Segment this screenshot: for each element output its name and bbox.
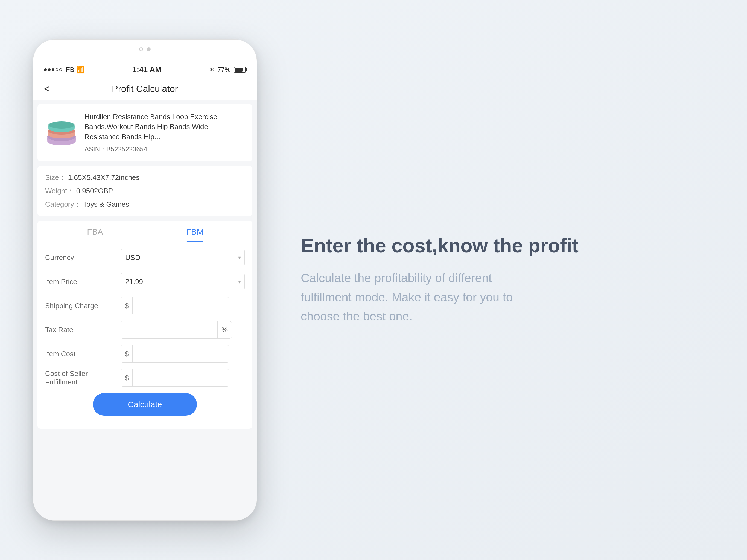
product-image bbox=[45, 117, 78, 149]
signal-dot-2 bbox=[48, 68, 51, 71]
phone-content: Hurdilen Resistance Bands Loop Exercise … bbox=[33, 100, 257, 520]
size-value: 1.65X5.43X7.72inches bbox=[68, 173, 140, 182]
cost-fulfillment-input[interactable] bbox=[133, 370, 229, 386]
promo-subtext: Calculate the profitability of different… bbox=[301, 269, 519, 326]
item-price-select[interactable]: 21.99 bbox=[121, 273, 245, 290]
nav-bar: < Profit Calculator bbox=[33, 78, 257, 100]
details-card: Size： 1.65X5.43X7.72inches Weight： 0.950… bbox=[37, 166, 252, 216]
item-cost-input-wrapper: $ bbox=[121, 345, 229, 362]
shipping-charge-input-wrapper: $ bbox=[121, 297, 229, 314]
asin-label: ASIN： bbox=[84, 146, 106, 153]
back-button[interactable]: < bbox=[44, 83, 50, 95]
right-content: Enter the cost,know the profit Calculate… bbox=[257, 234, 714, 326]
product-image-svg bbox=[45, 119, 78, 147]
tax-rate-row: Tax Rate % bbox=[45, 321, 245, 338]
signal-dot-3 bbox=[52, 68, 54, 71]
weight-value: 0.9502GBP bbox=[76, 187, 113, 195]
signal-dots bbox=[44, 68, 62, 71]
cost-fulfillment-prefix: $ bbox=[121, 370, 133, 386]
tax-rate-label: Tax Rate bbox=[45, 326, 116, 334]
phone-top-dots bbox=[139, 47, 151, 51]
category-label: Category： bbox=[45, 200, 81, 208]
tax-suffix: % bbox=[217, 321, 232, 338]
item-price-row: Item Price 21.99 ▾ bbox=[45, 273, 245, 290]
currency-row: Currency USD EUR GBP JPY ▾ bbox=[45, 249, 245, 266]
item-price-label: Item Price bbox=[45, 278, 116, 286]
tax-rate-input-wrapper: % bbox=[121, 321, 232, 338]
dot-right bbox=[147, 47, 151, 51]
shipping-prefix: $ bbox=[121, 297, 133, 314]
cost-fulfillment-input-wrapper: $ bbox=[121, 369, 229, 387]
product-info: Hurdilen Resistance Bands Loop Exercise … bbox=[84, 112, 245, 154]
product-title: Hurdilen Resistance Bands Loop Exercise … bbox=[84, 112, 245, 142]
cost-fulfillment-row: Cost of Seller Fulfillment $ bbox=[45, 369, 245, 387]
calculate-btn-wrapper: Calculate bbox=[45, 393, 245, 421]
weight-row: Weight： 0.9502GBP bbox=[45, 186, 245, 196]
tax-rate-input[interactable] bbox=[121, 321, 217, 338]
signal-dot-1 bbox=[44, 68, 47, 71]
wifi-icon: 📶 bbox=[77, 66, 85, 74]
category-row: Category： Toys & Games bbox=[45, 199, 245, 210]
asin-value: B5225223654 bbox=[106, 146, 147, 153]
item-cost-row: Item Cost $ bbox=[45, 345, 245, 362]
item-cost-prefix: $ bbox=[121, 345, 133, 362]
bluetooth-icon: ✶ bbox=[209, 66, 214, 73]
page-title: Profit Calculator bbox=[112, 83, 178, 94]
item-price-input-wrapper: 21.99 ▾ bbox=[121, 273, 245, 290]
dot-left bbox=[139, 47, 143, 51]
signal-dot-4 bbox=[55, 68, 58, 71]
battery-icon bbox=[234, 67, 246, 73]
battery-fill bbox=[235, 68, 242, 72]
svg-point-8 bbox=[48, 121, 75, 128]
promo-headline: Enter the cost,know the profit bbox=[301, 234, 714, 257]
category-value: Toys & Games bbox=[83, 200, 129, 208]
status-right: ✶ 77% bbox=[209, 66, 246, 74]
currency-input-wrapper: USD EUR GBP JPY ▾ bbox=[121, 249, 245, 266]
item-cost-label: Item Cost bbox=[45, 350, 116, 358]
calculate-button[interactable]: Calculate bbox=[93, 393, 197, 416]
shipping-charge-input[interactable] bbox=[133, 297, 229, 314]
status-left: FB 📶 bbox=[44, 66, 85, 74]
shipping-charge-row: Shipping Charge $ bbox=[45, 297, 245, 314]
status-bar: FB 📶 1:41 AM ✶ 77% bbox=[33, 61, 257, 78]
tab-fbm[interactable]: FBM bbox=[145, 221, 245, 242]
tabs-row: FBA FBM bbox=[45, 221, 245, 242]
battery-percent: 77% bbox=[217, 66, 231, 74]
item-cost-input[interactable] bbox=[133, 345, 229, 362]
product-card: Hurdilen Resistance Bands Loop Exercise … bbox=[37, 104, 252, 161]
currency-label: Currency bbox=[45, 253, 116, 262]
currency-select[interactable]: USD EUR GBP JPY bbox=[121, 249, 245, 266]
product-asin: ASIN：B5225223654 bbox=[84, 145, 245, 154]
clock: 1:41 AM bbox=[132, 65, 161, 74]
tab-fba[interactable]: FBA bbox=[45, 221, 145, 242]
calculator-card: FBA FBM Currency USD EUR GBP JPY ▾ bbox=[37, 221, 252, 429]
phone-mockup: FB 📶 1:41 AM ✶ 77% < Profit Calculator bbox=[33, 40, 257, 520]
size-label: Size： bbox=[45, 173, 66, 182]
shipping-charge-label: Shipping Charge bbox=[45, 302, 116, 310]
carrier-label: FB bbox=[66, 66, 74, 74]
signal-dot-5 bbox=[59, 68, 62, 71]
size-row: Size： 1.65X5.43X7.72inches bbox=[45, 172, 245, 183]
weight-label: Weight： bbox=[45, 187, 74, 195]
cost-fulfillment-label: Cost of Seller Fulfillment bbox=[45, 370, 116, 386]
